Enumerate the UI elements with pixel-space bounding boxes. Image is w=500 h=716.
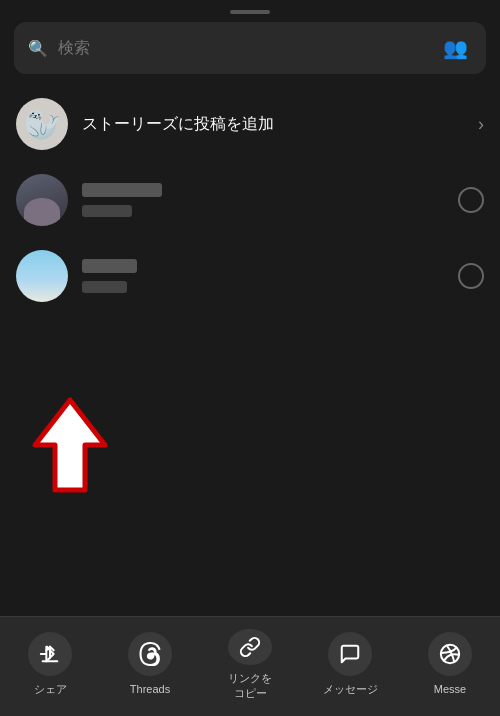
messe-label: Messe <box>434 682 466 696</box>
seal-icon: 🦭 <box>24 107 61 142</box>
highlight-arrow <box>20 390 120 504</box>
user1-select-radio[interactable] <box>458 187 484 213</box>
share-button[interactable]: シェア <box>0 617 100 716</box>
svg-marker-0 <box>35 400 105 490</box>
share-icon-circle <box>28 632 72 676</box>
user-item-1[interactable] <box>0 162 500 238</box>
user-item-2[interactable] <box>0 238 500 314</box>
link-icon <box>239 636 261 658</box>
user1-avatar <box>16 174 68 226</box>
copy-link-icon-circle <box>228 629 272 665</box>
user1-name-line2 <box>82 205 132 217</box>
user2-avatar <box>16 250 68 302</box>
search-icon: 🔍 <box>28 39 48 58</box>
search-bar: 🔍 👥 <box>14 22 486 74</box>
threads-icon-circle <box>128 632 172 676</box>
user2-name-line2 <box>82 281 127 293</box>
copy-link-button[interactable]: リンクを コピー <box>200 617 300 716</box>
threads-icon <box>138 642 162 666</box>
user2-select-radio[interactable] <box>458 263 484 289</box>
story-add-item[interactable]: 🦭 ストーリーズに投稿を追加 › <box>0 86 500 162</box>
user2-name-line1 <box>82 259 137 273</box>
add-person-icon: 👥 <box>443 37 468 59</box>
messe-icon <box>439 643 461 665</box>
message-label: メッセージ <box>323 682 378 696</box>
search-input[interactable] <box>58 39 429 57</box>
user2-info <box>82 259 444 293</box>
chevron-right-icon: › <box>478 114 484 135</box>
message-button[interactable]: メッセージ <box>300 617 400 716</box>
threads-button[interactable]: Threads <box>100 617 200 716</box>
copy-link-label: リンクを コピー <box>228 671 272 700</box>
share-icon <box>39 643 61 665</box>
user1-info <box>82 183 444 217</box>
messe-icon-circle <box>428 632 472 676</box>
bottom-action-bar: シェア Threads リンクを コピー メッセージ <box>0 616 500 716</box>
down-arrow-icon <box>20 390 120 500</box>
share-label: シェア <box>34 682 67 696</box>
user1-name-line1 <box>82 183 162 197</box>
story-label: ストーリーズに投稿を追加 <box>82 114 464 135</box>
messe-button[interactable]: Messe <box>400 617 500 716</box>
person-body-shape <box>24 198 60 226</box>
add-friend-button[interactable]: 👥 <box>439 32 472 64</box>
drag-handle <box>230 10 270 14</box>
threads-label: Threads <box>130 682 170 696</box>
story-avatar: 🦭 <box>16 98 68 150</box>
message-icon-circle <box>328 632 372 676</box>
message-icon <box>339 643 361 665</box>
